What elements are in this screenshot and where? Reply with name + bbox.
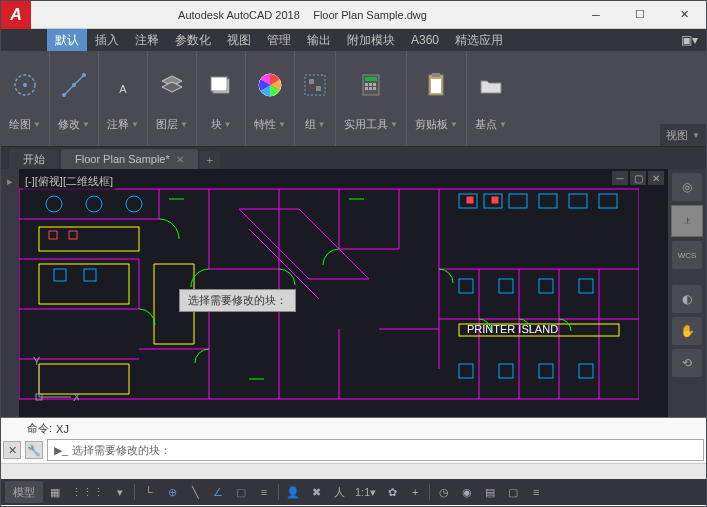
menu-view[interactable]: 视图 [219,29,259,51]
drawing-canvas[interactable]: [-][俯视][二维线框] ─ ▢ ✕ [19,169,668,417]
menu-default[interactable]: 默认 [47,29,87,51]
printer-island-label: PRINTER ISLAND [467,323,558,335]
svg-point-26 [86,196,102,212]
view-cube[interactable]: 上 [671,205,703,237]
tab-add-button[interactable]: + [200,151,220,169]
status-clean-icon[interactable]: ▢ [502,481,524,503]
status-hardware-icon[interactable]: ▤ [479,481,501,503]
status-annoscale-icon[interactable]: 人 [328,481,350,503]
window-title: Autodesk AutoCAD 2018 Floor Plan Sample.… [31,8,574,22]
status-iso-icon[interactable]: ╲ [184,481,206,503]
status-isolate-icon[interactable]: ◉ [456,481,478,503]
ribbon-properties[interactable]: 特性▼ [246,51,295,146]
ribbon-clipboard[interactable]: 剪贴板▼ [407,51,467,146]
tab-home[interactable]: 开始 [9,149,59,169]
status-user-icon[interactable]: 👤 [282,481,304,503]
ribbon-draw[interactable]: 绘图▼ [1,51,50,146]
ribbon-block[interactable]: 块▼ [197,51,246,146]
svg-rect-48 [69,231,77,239]
command-history: 命令: XJ [1,418,706,437]
menu-parametric[interactable]: 参数化 [167,29,219,51]
ribbon-corner-view[interactable]: 视图 ▼ [660,124,706,146]
status-grid-icon[interactable]: ▦ [44,481,66,503]
status-ortho-icon[interactable]: └ [138,481,160,503]
status-expand-icon[interactable]: ▾ [109,481,131,503]
status-plus-icon[interactable]: + [404,481,426,503]
palette-handle-icon[interactable]: ▸ [7,175,13,188]
ribbon-modify[interactable]: 修改▼ [50,51,99,146]
ribbon-group[interactable]: 组▼ [295,51,336,146]
menu-addins[interactable]: 附加模块 [339,29,403,51]
minimize-button[interactable]: ─ [574,1,618,29]
svg-rect-23 [431,79,441,93]
menu-annotate[interactable]: 注释 [127,29,167,51]
status-model[interactable]: 模型 [5,481,43,503]
app-logo[interactable]: A [1,1,31,29]
canvas-close-icon[interactable]: ✕ [648,171,664,185]
status-gizmo-icon[interactable]: ✖ [305,481,327,503]
svg-rect-22 [432,73,440,77]
ribbon-annotate[interactable]: A 注释▼ [99,51,148,146]
color-wheel-icon [254,55,286,115]
command-input[interactable]: ▶_ 选择需要修改的块： [47,439,704,461]
status-polar-icon[interactable]: ⊕ [161,481,183,503]
canvas-minimize-icon[interactable]: ─ [612,171,628,185]
menu-output[interactable]: 输出 [299,29,339,51]
status-custom-icon[interactable]: ≡ [525,481,547,503]
ucs-icon[interactable]: YX [31,357,79,405]
ribbon-layers[interactable]: 图层▼ [148,51,197,146]
statusbar: 模型 ▦ ⋮⋮⋮ ▾ └ ⊕ ╲ ∠ ▢ ≡ 👤 ✖ 人 1:1▾ ✿ + ◷ … [1,479,706,505]
pan-icon[interactable]: ✋ [672,317,702,345]
status-gear-icon[interactable]: ✿ [381,481,403,503]
svg-rect-24 [19,189,639,399]
status-osnap-icon[interactable]: ▢ [230,481,252,503]
svg-point-27 [126,196,142,212]
close-button[interactable]: ✕ [662,1,706,29]
svg-rect-38 [459,364,473,378]
menu-expand-icon[interactable]: ▣▾ [673,29,706,51]
menu-manage[interactable]: 管理 [259,29,299,51]
status-scale[interactable]: 1:1▾ [351,481,380,503]
wcs-button[interactable]: WCS [672,241,702,269]
maximize-button[interactable]: ☐ [618,1,662,29]
svg-rect-34 [459,279,473,293]
command-config-icon[interactable]: 🔧 [25,441,43,459]
status-otrack-icon[interactable]: ∠ [207,481,229,503]
calculator-icon [355,55,387,115]
svg-text:Y: Y [33,357,41,367]
svg-rect-32 [569,194,587,208]
view-label[interactable]: [-][俯视][二维线框] [23,173,115,190]
status-lineweight-icon[interactable]: ≡ [253,481,275,503]
svg-rect-16 [369,83,372,86]
layers-icon [156,55,188,115]
menu-insert[interactable]: 插入 [87,29,127,51]
status-perf-icon[interactable]: ◷ [433,481,455,503]
ribbon: 绘图▼ 修改▼ A 注释▼ 图层▼ 块▼ 特性▼ 组▼ 实用工具▼ 剪贴板▼ 基… [1,51,706,147]
clipboard-icon [420,55,452,115]
tab-floorplan[interactable]: Floor Plan Sample*✕ [61,149,198,169]
svg-rect-31 [539,194,557,208]
nav-compass-icon[interactable]: ◎ [672,173,702,201]
svg-text:X: X [73,391,79,403]
svg-point-3 [62,93,66,97]
status-snap-icon[interactable]: ⋮⋮⋮ [67,481,108,503]
svg-rect-36 [539,279,553,293]
menu-a360[interactable]: A360 [403,29,447,51]
document-tabs: 开始 Floor Plan Sample*✕ + [1,147,706,169]
orbit-icon[interactable]: ⟲ [672,349,702,377]
titlebar: A Autodesk AutoCAD 2018 Floor Plan Sampl… [1,1,706,29]
svg-point-1 [23,83,27,87]
tab-close-icon[interactable]: ✕ [176,154,184,165]
svg-rect-10 [305,75,325,95]
command-close-icon[interactable]: ✕ [3,441,21,459]
ribbon-base[interactable]: 基点▼ [467,51,515,146]
menu-featured[interactable]: 精选应用 [447,29,511,51]
ribbon-utilities[interactable]: 实用工具▼ [336,51,407,146]
svg-rect-8 [211,77,227,91]
command-tooltip: 选择需要修改的块： [179,289,296,312]
draw-circle-icon [9,55,41,115]
canvas-maximize-icon[interactable]: ▢ [630,171,646,185]
nav-wheel-icon[interactable]: ◐ [672,285,702,313]
svg-rect-20 [373,87,376,90]
command-prompt-icon: ▶_ [54,444,68,457]
